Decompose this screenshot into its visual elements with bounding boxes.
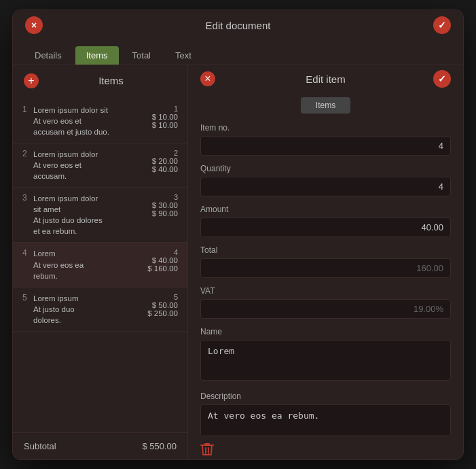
add-item-button[interactable]: + xyxy=(24,73,39,88)
total-label: Total xyxy=(200,245,451,255)
total-input xyxy=(200,258,451,278)
left-panel-title: Items xyxy=(45,75,177,86)
item-no-label: Item no. xyxy=(200,123,451,133)
main-window: × Edit document ✓ Details Items Total Te… xyxy=(12,10,464,460)
name-field: Name Lorem xyxy=(200,327,451,383)
item-no-input[interactable] xyxy=(200,136,451,156)
right-panel-header: × Edit item ✓ xyxy=(188,65,463,93)
delete-button-area xyxy=(188,435,463,459)
item-prices: 5 $ 50.00 $ 250.00 xyxy=(130,293,178,317)
list-item[interactable]: 3 Lorem ipsum dolorsit ametAt justo duo … xyxy=(13,188,187,243)
item-description: Lorem ipsum dolorsit ametAt justo duo do… xyxy=(33,193,130,237)
item-number: 5 xyxy=(22,293,33,302)
description-input[interactable]: At vero eos ea rebum. xyxy=(200,404,451,435)
items-tab-area: Items xyxy=(200,97,451,114)
list-item[interactable]: 2 Lorem ipsum dolorAt vero eos etaccusam… xyxy=(13,143,187,188)
item-number: 3 xyxy=(22,193,33,203)
delete-item-button[interactable] xyxy=(200,442,214,457)
items-list: 1 Lorem ipsum dolor sitAt vero eos etacc… xyxy=(13,97,187,432)
item-prices: 4 $ 40.00 $ 160.00 xyxy=(130,248,178,273)
list-item[interactable]: 1 Lorem ipsum dolor sitAt vero eos etacc… xyxy=(13,99,187,143)
edit-item-close-button[interactable]: × xyxy=(200,71,215,86)
right-panel: × Edit item ✓ Items Item no. Quantity xyxy=(188,65,463,459)
subtotal-value: $ 550.00 xyxy=(142,441,177,451)
vat-label: VAT xyxy=(200,286,451,296)
edit-item-form: Items Item no. Quantity Amount xyxy=(188,93,463,435)
close-button-area[interactable]: × xyxy=(25,16,43,34)
left-panel-header: + Items xyxy=(13,65,187,97)
tab-items[interactable]: Items xyxy=(75,46,119,65)
item-number: 4 xyxy=(22,248,33,258)
amount-label: Amount xyxy=(200,205,451,214)
right-panel-title: Edit item xyxy=(199,73,452,85)
vat-field: VAT xyxy=(200,286,451,319)
item-prices: 1 $ 10.00 $ 10.00 xyxy=(130,105,178,129)
tab-total[interactable]: Total xyxy=(122,46,162,65)
description-label: Description xyxy=(200,392,451,401)
item-description: LoremAt vero eos earebum. xyxy=(33,248,130,281)
items-tab-button[interactable]: Items xyxy=(301,97,350,114)
name-input[interactable]: Lorem xyxy=(200,340,451,381)
item-description: Lorem ipsumAt justo duodolores. xyxy=(33,293,130,326)
tab-details[interactable]: Details xyxy=(24,46,73,65)
item-description: Lorem ipsum dolorAt vero eos etaccusam. xyxy=(33,149,130,181)
list-item[interactable]: 4 LoremAt vero eos earebum. 4 $ 40.00 $ … xyxy=(13,243,187,287)
amount-input[interactable] xyxy=(200,218,451,237)
subtotal-row: Subtotal $ 550.00 xyxy=(13,432,187,459)
total-field: Total xyxy=(200,245,451,278)
subtotal-label: Subtotal xyxy=(24,441,56,451)
item-number: 2 xyxy=(22,149,33,158)
tabs-bar: Details Items Total Text xyxy=(13,41,463,65)
confirm-button[interactable]: ✓ xyxy=(433,16,451,34)
titlebar: × Edit document ✓ xyxy=(13,10,463,41)
quantity-label: Quantity xyxy=(200,164,451,173)
item-no-field: Item no. xyxy=(200,123,451,156)
amount-field: Amount xyxy=(200,205,451,237)
quantity-field: Quantity xyxy=(200,164,451,196)
left-panel: + Items 1 Lorem ipsum dolor sitAt vero e… xyxy=(13,65,188,459)
confirm-button-area[interactable]: ✓ xyxy=(433,16,451,34)
window-title: Edit document xyxy=(206,20,271,31)
name-label: Name xyxy=(200,327,451,336)
edit-item-confirm-button[interactable]: ✓ xyxy=(433,70,451,88)
close-button[interactable]: × xyxy=(25,16,43,34)
quantity-input[interactable] xyxy=(200,177,451,196)
trash-icon xyxy=(200,442,214,457)
item-number: 1 xyxy=(22,105,33,114)
description-field: Description At vero eos ea rebum. xyxy=(200,392,451,435)
list-item[interactable]: 5 Lorem ipsumAt justo duodolores. 5 $ 50… xyxy=(13,288,187,332)
item-prices: 2 $ 20.00 $ 40.00 xyxy=(130,149,178,173)
content-area: + Items 1 Lorem ipsum dolor sitAt vero e… xyxy=(13,65,463,459)
item-prices: 3 $ 30.00 $ 90.00 xyxy=(130,193,178,218)
tab-text[interactable]: Text xyxy=(164,46,202,65)
item-description: Lorem ipsum dolor sitAt vero eos etaccus… xyxy=(33,105,130,137)
vat-input xyxy=(200,299,451,319)
